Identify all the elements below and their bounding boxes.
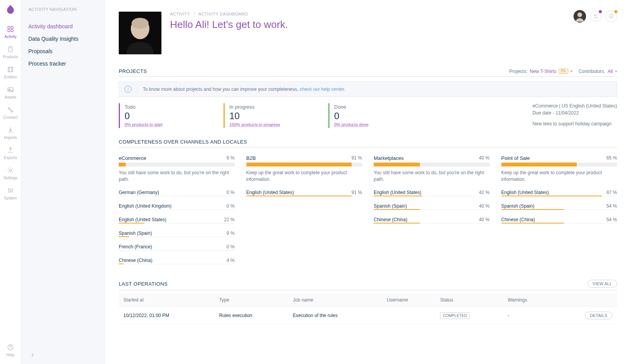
channel-name: B2B bbox=[246, 155, 256, 161]
nav-exports[interactable]: Exports bbox=[3, 143, 18, 163]
nav-products[interactable]: Products bbox=[3, 42, 18, 62]
col-header: Started at bbox=[119, 293, 215, 307]
notification-dot-icon bbox=[614, 10, 617, 13]
locale-row[interactable]: English (United States)42 % bbox=[374, 190, 490, 196]
stat-inprogress-link[interactable]: 100% products in progress bbox=[229, 122, 328, 127]
system-icon bbox=[6, 186, 15, 195]
subnav-item-1[interactable]: Data Quality Insights bbox=[28, 33, 97, 45]
locale-row[interactable]: Spanish (Spain)40 % bbox=[374, 203, 490, 210]
nav-label: Products bbox=[3, 55, 18, 59]
page-title: Hello Ali! Let's get to work. bbox=[170, 19, 288, 31]
col-header: Username bbox=[382, 293, 435, 307]
nav-settings[interactable]: Settings bbox=[3, 163, 18, 183]
locale-row[interactable]: Chinese (China)40 % bbox=[374, 217, 490, 224]
nav-imports[interactable]: Imports bbox=[3, 123, 18, 143]
stat-label: Done bbox=[334, 104, 433, 110]
locale-name: Chinese (China) bbox=[501, 217, 535, 222]
details-button[interactable]: DETAILS bbox=[585, 312, 612, 319]
project-meta: eCommerce | US English (United States) D… bbox=[532, 103, 617, 128]
col-header: Status bbox=[435, 293, 503, 307]
filter-contributors-label: Contributors: bbox=[579, 69, 605, 74]
stat-done-link[interactable]: 0% products done bbox=[334, 122, 433, 127]
locale-pct: 4 % bbox=[227, 258, 235, 263]
locale-row[interactable]: Chinese (China)54 % bbox=[501, 217, 617, 224]
nav-connect[interactable]: Connect bbox=[3, 102, 18, 123]
breadcrumb-root[interactable]: ACTIVITY bbox=[170, 12, 190, 16]
last-operations-table: Started atTypeJob nameUsernameStatusWarn… bbox=[119, 293, 617, 324]
locale-pct: 54 % bbox=[607, 203, 617, 209]
locale-row[interactable]: English (United Kingdom)0 % bbox=[119, 203, 235, 210]
locale-row[interactable]: English (United States)91 % bbox=[246, 190, 362, 196]
project-completion-badge: 0% bbox=[559, 69, 568, 74]
col-header: Job name bbox=[288, 293, 382, 307]
locale-name: English (United States) bbox=[119, 217, 166, 222]
col-header bbox=[553, 293, 617, 307]
locale-row[interactable]: English (United States)87 % bbox=[501, 190, 617, 196]
subnav-title: ACTIVITY NAVIGATION bbox=[28, 7, 97, 12]
channel-message: Keep up the great work to complete your … bbox=[246, 170, 362, 183]
locale-row[interactable]: Spanish (Spain)54 % bbox=[501, 203, 617, 210]
connect-icon bbox=[6, 106, 15, 114]
project-due-date: Due date - 11/04/2022 bbox=[532, 110, 617, 116]
locale-row[interactable]: Chinese (China)4 % bbox=[119, 258, 235, 264]
locale-row[interactable]: German (Germany)0 % bbox=[119, 190, 235, 196]
info-text: To know more about projects and how you … bbox=[143, 87, 300, 92]
projects-info-banner: i To know more about projects and how yo… bbox=[119, 81, 617, 97]
cell-started: 10/12/2022, 01:00 PM bbox=[119, 307, 215, 324]
col-header: Type bbox=[215, 293, 288, 307]
stat-done: Done 0 0% products done bbox=[328, 103, 433, 128]
project-channel: eCommerce | US English (United States) bbox=[532, 103, 617, 109]
stat-count: 0 bbox=[125, 111, 224, 121]
locale-row[interactable]: French (France)0 % bbox=[119, 244, 235, 251]
subnav-item-2[interactable]: Proposals bbox=[28, 45, 97, 57]
notifications-button[interactable] bbox=[605, 10, 617, 22]
channel-b2b: B2B91 %Keep up the great work to complet… bbox=[246, 155, 362, 264]
locale-row[interactable]: English (United States)22 % bbox=[119, 217, 235, 224]
svg-point-13 bbox=[577, 12, 582, 17]
collapse-subnav-button[interactable] bbox=[28, 351, 37, 359]
subnav-item-0[interactable]: Activity dashboard bbox=[28, 20, 97, 33]
breadcrumb-leaf: ACTIVITY DASHBOARD bbox=[198, 12, 248, 16]
cell-warnings: - bbox=[503, 307, 553, 324]
nav-assets[interactable]: Assets bbox=[3, 82, 18, 102]
svg-rect-1 bbox=[11, 26, 13, 28]
channel-message: Keep up the great work to complete your … bbox=[501, 170, 617, 183]
chevron-down-icon[interactable]: ▾ bbox=[615, 69, 617, 73]
nav-help[interactable]: Help bbox=[0, 340, 21, 360]
locale-name: Spanish (Spain) bbox=[501, 203, 534, 209]
nav-entities[interactable]: Entities bbox=[3, 62, 18, 82]
subnav-item-3[interactable]: Process tracker bbox=[28, 57, 97, 70]
activity-stream-button[interactable] bbox=[590, 10, 602, 22]
activity-icon bbox=[6, 25, 15, 33]
cell-status: COMPLETED bbox=[435, 307, 503, 324]
channel-marketplaces: Marketplaces40 %You still have some work… bbox=[374, 155, 490, 264]
table-row[interactable]: 10/12/2022, 01:00 PMRules executionExecu… bbox=[119, 307, 617, 324]
svg-point-18 bbox=[132, 18, 149, 29]
chevron-down-icon[interactable]: ▾ bbox=[570, 69, 572, 73]
help-center-link[interactable]: check our help center. bbox=[300, 87, 345, 92]
channel-progress-bar bbox=[501, 163, 617, 166]
stat-todo-link[interactable]: 0% products to start bbox=[125, 122, 224, 127]
locale-name: Spanish (Spain) bbox=[119, 231, 152, 236]
locale-name: English (United States) bbox=[374, 190, 421, 195]
stat-label: In progress bbox=[229, 104, 328, 110]
channel-pct: 91 % bbox=[352, 155, 362, 161]
status-badge: COMPLETED bbox=[440, 312, 470, 319]
nav-system[interactable]: System bbox=[3, 183, 18, 203]
filter-project-selector[interactable]: New T-Shirts bbox=[530, 69, 556, 74]
filter-contributors-selector[interactable]: All bbox=[608, 69, 613, 74]
channel-progress-bar bbox=[246, 163, 362, 166]
settings-icon bbox=[6, 166, 15, 175]
svg-rect-3 bbox=[11, 30, 13, 32]
locale-row[interactable]: Spanish (Spain)9 % bbox=[119, 231, 235, 237]
stat-count: 0 bbox=[334, 111, 433, 121]
view-all-button[interactable]: VIEW ALL bbox=[588, 280, 617, 288]
channel-ecommerce: eCommerce6 %You still have some work to … bbox=[119, 155, 235, 264]
channel-point of sale: Point of Sale65 %Keep up the great work … bbox=[501, 155, 617, 264]
locale-pct: 42 % bbox=[479, 190, 489, 195]
section-title-completeness: COMPLETENESS OVER CHANNELS AND LOCALES bbox=[119, 139, 247, 145]
user-avatar[interactable] bbox=[574, 10, 586, 23]
nav-activity[interactable]: Activity bbox=[3, 22, 18, 42]
channel-pct: 65 % bbox=[607, 155, 617, 161]
col-header: Warnings bbox=[503, 293, 553, 307]
